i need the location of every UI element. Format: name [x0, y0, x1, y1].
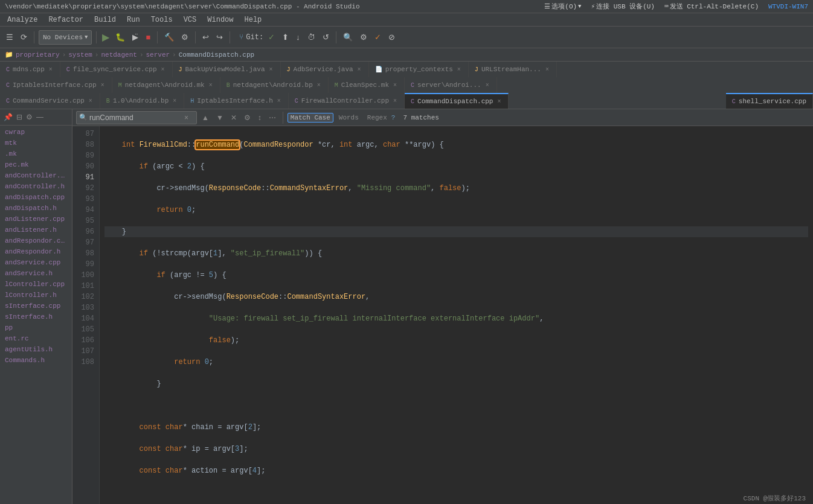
sync-btn[interactable]: ⟳ — [18, 31, 30, 43]
find-filter-btn[interactable]: ⚙ — [242, 113, 253, 123]
tab-close-fcc[interactable]: × — [392, 97, 398, 105]
find-prev-btn[interactable]: ▲ — [199, 113, 211, 123]
menu-run[interactable]: Run — [122, 14, 145, 25]
tab-close-adb[interactable]: × — [356, 66, 362, 74]
regex-option[interactable]: Regex ? — [364, 113, 399, 123]
clear-find-btn[interactable]: × — [182, 113, 191, 123]
git-fetch-btn[interactable]: ✓ — [266, 31, 277, 43]
sidebar-item-andrespondor-cpp[interactable]: andRespondor.cpp — [0, 235, 72, 246]
tab-10-android-bp[interactable]: B 1.0\Android.bp × — [100, 93, 184, 109]
tab-close-cdc[interactable]: × — [496, 98, 502, 106]
sidebar-item-anddispatch-cpp[interactable]: andDispatch.cpp — [0, 192, 72, 203]
sidebar-item-pp[interactable]: pp — [0, 322, 72, 333]
tab-iptables-interface-h[interactable]: H IptablesInterface.h × — [184, 93, 288, 109]
sidebar-item-andlistener-h[interactable]: andListener.h — [0, 225, 72, 235]
sidebar-item-andlistener-cpp[interactable]: andListener.cpp — [0, 214, 72, 225]
tab-close-iic[interactable]: × — [100, 81, 106, 89]
words-option[interactable]: Words — [336, 113, 362, 123]
tab-file-sync-service[interactable]: C file_sync_service.cpp × — [60, 62, 173, 77]
tab-close-cs[interactable]: × — [392, 81, 398, 89]
tab-firewallcontroller-cpp[interactable]: C FirewallController.cpp × — [289, 93, 405, 109]
redo-btn[interactable]: ↪ — [214, 31, 225, 43]
sidebar-item-agentutils-h[interactable]: agentUtils.h — [0, 344, 72, 355]
tab-server-androi[interactable]: C server\Androi... × — [405, 77, 497, 93]
sidebar-item-andrespondor-h[interactable]: andRespondor.h — [0, 246, 72, 257]
sidebar-item-mk[interactable]: .mk — [0, 148, 72, 159]
tab-close-csc[interactable]: × — [88, 97, 94, 105]
breadcrumb-netdagent[interactable]: netdagent — [101, 51, 137, 59]
send-ctrl-alt-del-btn[interactable]: ⌨ 发送 Ctrl-Alt-Delete(C) — [664, 2, 759, 11]
tab-backupviewmodel[interactable]: J BackUpViewModel.java × — [173, 62, 281, 77]
device-selector[interactable]: No Devices ▼ — [39, 30, 92, 45]
run-button[interactable]: ▶ — [101, 30, 111, 44]
sidebar-close-btn[interactable]: — — [35, 112, 45, 123]
tab-shell-service[interactable]: C shell_service.cpp — [726, 93, 813, 109]
git-push-btn[interactable]: ↓ — [294, 31, 303, 43]
terminal-btn[interactable]: ✓ — [372, 31, 384, 43]
sidebar-item-pecmk[interactable]: pec.mk — [0, 159, 72, 170]
sidebar-pin-btn[interactable]: 📌 — [2, 112, 14, 123]
menu-vcs[interactable]: VCS — [179, 14, 202, 25]
tab-close-10bp[interactable]: × — [172, 97, 178, 105]
undo-btn[interactable]: ↩ — [200, 31, 211, 43]
build-btn[interactable]: 🔨 — [162, 31, 176, 43]
tab-close-namk[interactable]: × — [208, 81, 214, 89]
menu-build[interactable]: Build — [89, 14, 121, 25]
tab-cleanspec-mk[interactable]: M CleanSpec.mk × — [329, 77, 405, 93]
sidebar-item-entrc[interactable]: ent.rc — [0, 333, 72, 344]
debug-button[interactable]: 🐛 — [113, 31, 127, 43]
adb-btn[interactable]: ⊘ — [386, 31, 397, 43]
tab-close-pc[interactable]: × — [456, 66, 462, 74]
git-pull-btn[interactable]: ⬆ — [280, 31, 291, 43]
menu-window[interactable]: Window — [202, 14, 238, 25]
breadcrumb-server[interactable]: server — [146, 51, 170, 59]
connect-usb-btn[interactable]: ⚡ 连接 USB 设备(U) — [591, 2, 655, 11]
git-rollback-btn[interactable]: ↺ — [320, 31, 332, 43]
find-next-btn[interactable]: ▼ — [214, 113, 226, 123]
breadcrumb-system[interactable]: system — [68, 51, 92, 59]
sidebar-item-cwrap[interactable]: cwrap — [0, 127, 72, 138]
tab-close-url[interactable]: × — [544, 66, 550, 74]
sidebar-collapse-btn[interactable]: ⊟ — [15, 112, 24, 123]
sidebar-item-lcontroller-h[interactable]: lController.h — [0, 290, 72, 301]
find-close-btn[interactable]: ✕ — [228, 113, 239, 123]
find-input[interactable] — [89, 113, 180, 122]
match-case-option[interactable]: Match Case — [288, 113, 333, 123]
settings-btn[interactable]: ⚙ — [358, 31, 370, 43]
sidebar-item-andservice-cpp[interactable]: andService.cpp — [0, 257, 72, 268]
tab-commandservice-cpp[interactable]: C CommandService.cpp × — [0, 93, 100, 109]
sidebar-item-andservice-h[interactable]: andService.h — [0, 268, 72, 279]
find-replace-btn[interactable]: ↕ — [255, 113, 264, 123]
tab-urlstreamhan[interactable]: J URLStreamHan... × — [469, 62, 557, 77]
tab-commanddispatch-cpp[interactable]: C CommandDispatch.cpp × — [405, 93, 509, 109]
menu-refactor[interactable]: Refactor — [43, 14, 88, 25]
tab-netdagent-android-mk[interactable]: M netdagent\Android.mk × — [112, 77, 220, 93]
sidebar-item-lcontroller-cpp[interactable]: lController.cpp — [0, 279, 72, 290]
search-everywhere-btn[interactable]: 🔍 — [341, 31, 355, 43]
options-menu[interactable]: ☰ 选项(O) ▼ — [544, 2, 581, 11]
tab-property-contexts[interactable]: 📄 property_contexts × — [369, 62, 469, 77]
git-history-btn[interactable]: ⏱ — [305, 31, 318, 43]
tab-close-mdns[interactable]: × — [48, 66, 54, 74]
stop-button[interactable]: ■ — [143, 31, 153, 43]
tab-netdagent-android-bp[interactable]: B netdagent\Android.bp × — [220, 77, 329, 93]
sidebar-item-commands-h[interactable]: Commands.h — [0, 355, 72, 366]
sidebar-item-anddispatch-h[interactable]: andDispatch.h — [0, 203, 72, 214]
breadcrumb-proprietary[interactable]: proprietary — [16, 51, 60, 59]
code-area[interactable]: 87 88 89 90 91 92 93 94 95 96 97 98 99 1… — [72, 126, 813, 504]
find-more-btn[interactable]: ⋯ — [266, 113, 278, 123]
sidebar-item-andcontroller-cpp[interactable]: andController.cpp — [0, 170, 72, 181]
rebuild-btn[interactable]: ⚙ — [179, 31, 191, 43]
menu-help[interactable]: Help — [240, 14, 267, 25]
project-icon-btn[interactable]: ☰ — [4, 31, 16, 43]
tab-close-sa[interactable]: × — [484, 81, 490, 89]
tab-close-fss[interactable]: × — [159, 66, 165, 74]
menu-tools[interactable]: Tools — [146, 14, 178, 25]
tab-iptables-interface-cpp[interactable]: C IptablesInterface.cpp × — [0, 77, 112, 93]
tab-close-bvm[interactable]: × — [268, 66, 274, 74]
sidebar-item-mtk[interactable]: mtk — [0, 138, 72, 148]
tab-mdns-cpp[interactable]: C mdns.cpp × — [0, 62, 60, 77]
menu-analyze[interactable]: Analyze — [2, 14, 42, 25]
sidebar-item-sinterface-cpp[interactable]: sInterface.cpp — [0, 301, 72, 311]
sidebar-item-andcontroller-h[interactable]: andController.h — [0, 181, 72, 192]
